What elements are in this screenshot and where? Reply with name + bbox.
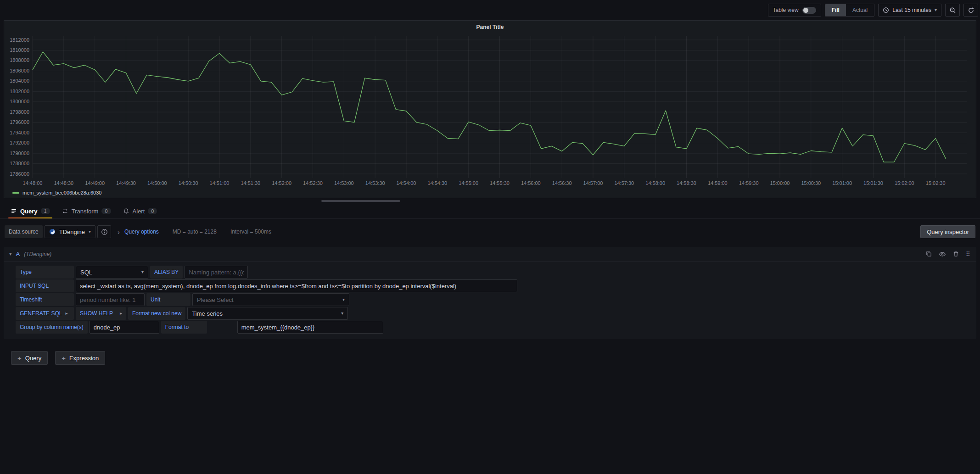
interval-info: Interval = 500ms [230,229,271,235]
svg-text:14:55:30: 14:55:30 [490,180,510,186]
format-new-col-label: Format new col new [128,307,185,320]
tab-alert[interactable]: Alert 0 [117,204,163,218]
datasource-help-button[interactable] [97,225,111,238]
table-view-switch[interactable] [802,7,816,14]
datasource-picker[interactable]: TDengine ▾ [45,225,95,238]
alias-by-label-text: ALIAS BY [154,269,179,275]
panel-title[interactable]: Panel Title [4,21,976,31]
svg-text:14:50:30: 14:50:30 [179,180,198,186]
topbar: Table view Fill Actual Last 15 minutes ▾ [0,0,980,20]
svg-text:1810000: 1810000 [10,47,29,53]
scrollbar-thumb[interactable] [321,200,400,202]
table-view-label: Table view [773,7,799,13]
time-range-picker[interactable]: Last 15 minutes ▾ [878,4,941,17]
timeshift-input[interactable] [76,293,145,306]
panel: Panel Title 1786000178800017900001792000… [4,20,976,198]
actual-button[interactable]: Actual [846,4,874,16]
svg-text:14:56:00: 14:56:00 [521,180,541,186]
refresh-button[interactable] [963,4,978,17]
svg-text:14:58:00: 14:58:00 [645,180,665,186]
input-sql-label: INPUT SQL [16,279,74,292]
grafana-panel-editor: Table view Fill Actual Last 15 minutes ▾ [0,0,980,474]
time-range-label: Last 15 minutes [892,7,931,13]
refresh-icon [968,7,974,14]
add-expression-button[interactable]: + Expression [55,351,105,365]
query-inspector-button[interactable]: Query inspector [920,225,975,238]
chevron-right-icon: › [118,229,120,235]
format-to-label: Format to [161,321,207,334]
generate-sql-row: GENERATE SQL ▸ SHOW HELP ▸ Format new co… [16,307,976,320]
type-select-value: SQL [80,269,92,276]
duplicate-query-icon[interactable] [925,251,932,257]
chevron-down-icon: ▾ [342,297,345,302]
chart-svg: 1786000178800017900001792000179400017960… [6,32,971,187]
tab-transform[interactable]: Transform 0 [56,204,117,218]
alias-input[interactable] [185,266,248,279]
query-options-toggle[interactable]: Query options [124,229,159,235]
svg-text:1802000: 1802000 [10,89,29,94]
svg-text:1788000: 1788000 [10,161,29,166]
format-select[interactable]: Time series ▾ [187,307,348,320]
svg-text:14:49:00: 14:49:00 [85,180,105,186]
timeshift-label-text: Timeshift [20,296,42,303]
svg-text:14:59:30: 14:59:30 [739,180,759,186]
format-to-input[interactable] [237,321,383,334]
group-by-row: Group by column name(s) Format to [16,321,976,334]
drag-handle-icon[interactable]: ⠿ [966,251,970,258]
chevron-down-icon: ▾ [89,229,91,234]
svg-text:1794000: 1794000 [10,130,29,135]
add-query-button[interactable]: + Query [11,351,48,365]
show-help-button[interactable]: SHOW HELP ▸ [76,307,126,320]
input-sql-row: INPUT SQL [16,279,976,292]
collapse-chevron-icon[interactable]: ▾ [9,251,12,257]
table-view-toggle-group: Table view [768,4,821,17]
svg-text:14:52:30: 14:52:30 [303,180,323,186]
legend-series-color [12,192,19,194]
timeshift-label: Timeshift [16,293,74,306]
svg-text:1806000: 1806000 [10,68,29,73]
svg-text:15:02:30: 15:02:30 [926,180,946,186]
type-select[interactable]: SQL ▾ [76,266,148,279]
generate-sql-button[interactable]: GENERATE SQL ▸ [16,307,74,320]
svg-text:1804000: 1804000 [10,78,29,84]
zoom-out-button[interactable] [945,4,960,17]
format-select-value: Time series [192,310,223,317]
svg-text:1790000: 1790000 [10,151,29,156]
svg-text:14:51:00: 14:51:00 [210,180,230,186]
delete-query-icon[interactable] [952,251,959,257]
svg-text:1786000: 1786000 [10,171,29,177]
query-row-a: ▾ A (TDengine) ⠿ Type SQL [4,247,976,339]
unit-select[interactable]: Please Select ▾ [192,293,349,306]
fill-button[interactable]: Fill [825,4,846,16]
switch-knob [803,8,808,13]
group-by-input[interactable] [90,321,159,334]
format-to-label-text: Format to [165,324,189,330]
legend-series-label[interactable]: mem_system_bee006bbe28a:6030 [22,190,101,195]
svg-text:14:54:00: 14:54:00 [397,180,416,186]
svg-text:15:01:00: 15:01:00 [832,180,852,186]
legend: mem_system_bee006bbe28a:6030 [4,189,976,200]
svg-text:1808000: 1808000 [10,57,29,63]
tab-alert-count: 0 [148,208,157,214]
tab-query[interactable]: Query 1 [5,204,56,218]
clock-icon [883,7,889,13]
unit-select-value: Please Select [197,296,234,303]
group-by-label-text: Group by column name(s) [20,324,84,330]
svg-text:14:56:30: 14:56:30 [552,180,572,186]
query-ref-id[interactable]: A [16,251,20,257]
svg-text:14:50:00: 14:50:00 [147,180,167,186]
svg-text:14:52:00: 14:52:00 [272,180,291,186]
svg-text:14:53:30: 14:53:30 [365,180,385,186]
svg-text:1800000: 1800000 [10,99,29,104]
query-editor-form: Type SQL ▾ ALIAS BY INPUT SQL Timeshift … [4,262,976,335]
svg-text:1812000: 1812000 [10,37,29,43]
sql-input[interactable] [76,279,517,292]
alias-by-label: ALIAS BY [150,266,183,279]
svg-text:15:00:00: 15:00:00 [770,180,790,186]
hide-query-icon[interactable] [939,251,946,258]
timeshift-row: Timeshift Unit Please Select ▾ [16,293,976,306]
svg-text:15:02:00: 15:02:00 [895,180,914,186]
editor-tabs: Query 1 Transform 0 Alert 0 [0,204,980,219]
tab-query-label: Query [20,208,38,215]
time-series-chart[interactable]: 1786000178800017900001792000179400017960… [6,32,971,189]
